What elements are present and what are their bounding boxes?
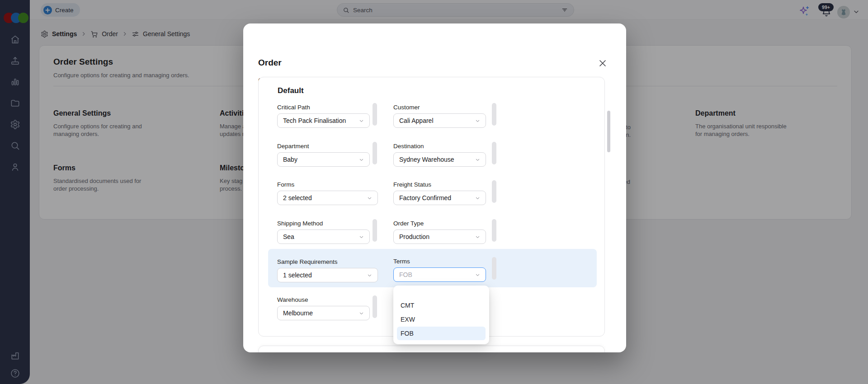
field-sample-requirements: Sample Requirements 1 selected [277,258,378,282]
field-terms: Terms FOB [393,258,486,282]
field-critical-path: Critical Path Tech Pack Finalisation [277,104,370,128]
department-select[interactable]: Baby [277,152,370,167]
field-scrollbar-pill [373,295,377,318]
dropdown-option-exw[interactable]: EXW [397,313,486,326]
field-scrollbar-pill [373,219,377,242]
chevron-down-icon [366,195,373,201]
field-warehouse: Warehouse Melbourne [277,296,370,320]
field-forms: Forms 2 selected [277,181,378,205]
field-department: Department Baby [277,143,370,167]
field-destination: Destination Sydney Warehouse [393,143,486,167]
freight-status-select[interactable]: Factory Confirmed [393,191,486,205]
shipping-method-select[interactable]: Sea [277,229,370,244]
field-scrollbar-pill [492,103,496,126]
close-icon[interactable] [597,58,608,69]
field-shipping-method: Shipping Method Sea [277,220,370,244]
order-type-select[interactable]: Production [393,229,486,244]
terms-select[interactable]: FOB [393,267,486,282]
terms-dropdown: CMT EXW FOB [393,286,489,344]
field-scrollbar-pill [492,257,496,280]
field-order-type: Order Type Production [393,220,486,244]
field-scrollbar-pill [492,180,496,203]
field-scrollbar-pill [492,142,496,164]
chevron-down-icon [474,234,481,240]
modal-title: Order [258,58,282,68]
forms-select[interactable]: 2 selected [277,191,378,205]
chevron-down-icon [358,310,365,317]
field-scrollbar-pill [373,142,377,164]
next-section-card [258,346,605,352]
field-freight-status: Freight Status Factory Confirmed [393,181,486,205]
chevron-down-icon [474,195,481,201]
field-scrollbar-pill [373,103,377,126]
chevron-down-icon [358,234,365,240]
customer-select[interactable]: Cali Apparel [393,113,486,128]
critical-path-select[interactable]: Tech Pack Finalisation [277,113,370,128]
chevron-down-icon [474,117,481,124]
chevron-down-icon [474,272,481,278]
chevron-down-icon [366,272,373,279]
sample-requirements-select[interactable]: 1 selected [277,268,378,282]
chevron-down-icon [358,117,365,124]
section-title: Default [278,86,304,95]
dropdown-option-cmt[interactable]: CMT [397,299,486,312]
field-scrollbar-pill [492,219,496,242]
warehouse-select[interactable]: Melbourne [277,306,370,320]
chevron-down-icon [358,156,365,163]
chevron-down-icon [474,156,481,163]
modal-scrollbar-thumb[interactable] [607,111,610,152]
field-customer: Customer Cali Apparel [393,104,486,128]
dropdown-option-fob[interactable]: FOB [397,327,486,340]
destination-select[interactable]: Sydney Warehouse [393,152,486,167]
